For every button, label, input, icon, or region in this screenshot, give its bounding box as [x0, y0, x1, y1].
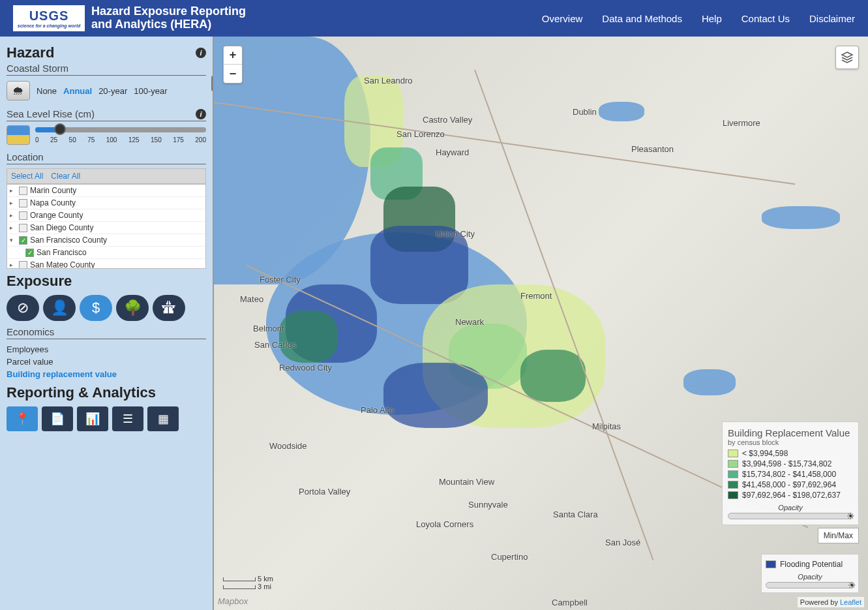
tree-checkbox[interactable]: [19, 261, 27, 269]
place-label: Portola Valley: [299, 487, 350, 496]
tree-label: Marin County: [30, 186, 76, 195]
exposure-icons: ⊘👤$🌳🛣: [7, 295, 206, 321]
tree-checkbox[interactable]: [19, 224, 27, 232]
reporting-chart-button[interactable]: 📊: [77, 406, 108, 431]
app-title-line1: Hazard Exposure Reporting: [91, 5, 246, 18]
place-label: San Leandro: [364, 76, 412, 85]
tree-item-child[interactable]: San Francisco: [7, 247, 205, 259]
usgs-logo[interactable]: USGS science for a changing world: [13, 5, 85, 31]
exposure-infrastructure-button[interactable]: 🛣: [153, 295, 185, 321]
economics-item[interactable]: Parcel value: [7, 356, 206, 368]
tree-label: San Mateo County: [30, 260, 95, 269]
economics-item[interactable]: Building replacement value: [7, 368, 206, 380]
tree-checkbox[interactable]: [19, 199, 27, 207]
tree-item[interactable]: ▸Marin County: [7, 185, 205, 197]
tree-checkbox[interactable]: [19, 211, 27, 220]
tree-item[interactable]: ▸Napa County: [7, 197, 205, 209]
slr-slider[interactable]: 0 25 50 75 100 125 150 175 200: [35, 127, 206, 144]
place-label: Mountain View: [439, 477, 494, 487]
coastal-storm-label: Coastal Storm: [7, 63, 206, 76]
place-label: Cupertino: [491, 552, 528, 562]
zoom-out-button[interactable]: −: [224, 65, 242, 83]
place-label: Woodside: [269, 441, 307, 451]
legend-range: < $3,994,598: [742, 449, 788, 458]
opacity-label: Opacity: [766, 573, 854, 581]
tree-arrow-icon[interactable]: ▸: [10, 262, 16, 268]
scale-bar: 5 km 3 mi: [223, 575, 273, 590]
tree-label: Napa County: [30, 198, 76, 207]
tree-label: Orange County: [30, 211, 83, 220]
economics-label: Economics: [7, 326, 206, 339]
legend-range: $3,994,598 - $15,734,802: [742, 459, 831, 468]
exposure-landcover-button[interactable]: 🌳: [116, 295, 149, 321]
place-label: Dublin: [573, 107, 597, 117]
place-label: San Carlos: [254, 340, 296, 350]
storm-opt-20yr[interactable]: 20-year: [98, 86, 127, 96]
tree-label: San Diego County: [30, 223, 93, 232]
tree-item[interactable]: ▸Orange County: [7, 209, 205, 222]
minmax-button[interactable]: Min/Max: [818, 528, 859, 543]
nav-help[interactable]: Help: [702, 13, 722, 24]
slr-slider-thumb[interactable]: [54, 123, 66, 135]
storm-opt-annual[interactable]: Annual: [63, 86, 92, 96]
place-label: Hayward: [436, 147, 469, 157]
opacity-slider[interactable]: [728, 513, 853, 519]
reporting-title: Reporting & Analytics: [7, 384, 206, 401]
nav-data-methods[interactable]: Data and Methods: [602, 13, 682, 24]
zoom-control: + −: [223, 46, 243, 84]
economics-item[interactable]: Employees: [7, 343, 206, 356]
tree-arrow-icon[interactable]: ▸: [10, 187, 16, 194]
tree-item[interactable]: ▸San Mateo County: [7, 259, 205, 269]
tree-item[interactable]: ▾San Francisco County: [7, 234, 205, 247]
place-label: Livermore: [723, 118, 760, 128]
reporting-list-button[interactable]: ☰: [112, 406, 143, 431]
exposure-population-button[interactable]: 👤: [43, 295, 76, 321]
tree-label: San Francisco: [37, 248, 87, 257]
exposure-none-button[interactable]: ⊘: [7, 295, 39, 321]
tree-arrow-icon[interactable]: ▾: [10, 237, 16, 243]
exposure-economy-button[interactable]: $: [80, 295, 112, 321]
nav-contact[interactable]: Contact Us: [741, 13, 790, 24]
storm-opt-100yr[interactable]: 100-year: [134, 86, 167, 96]
tree-checkbox[interactable]: [19, 187, 27, 195]
legend-swatch: [728, 450, 738, 457]
opacity-slider[interactable]: [766, 582, 854, 588]
layers-button[interactable]: [835, 46, 859, 69]
leaflet-link[interactable]: Leaflet: [840, 598, 861, 606]
tree-arrow-icon[interactable]: ▸: [10, 212, 16, 219]
place-label: San José: [605, 538, 640, 547]
place-label: Palo Alto: [361, 405, 394, 415]
place-label: Union City: [436, 229, 475, 239]
info-icon[interactable]: i: [196, 48, 206, 58]
place-label: Newark: [455, 317, 484, 327]
storm-opt-none[interactable]: None: [37, 86, 57, 96]
place-label: Fremont: [520, 291, 552, 301]
tree-arrow-icon[interactable]: ▸: [10, 200, 16, 206]
place-label: Loyola Corners: [416, 519, 473, 529]
legend-row: $41,458,000 - $97,692,964: [728, 480, 853, 489]
tree-arrow-icon[interactable]: ▸: [10, 224, 16, 231]
clear-all-link[interactable]: Clear All: [51, 172, 80, 181]
location-tree[interactable]: ▸Marin County▸Napa County▸Orange County▸…: [7, 184, 206, 269]
economics-list: EmployeesParcel valueBuilding replacemen…: [7, 343, 206, 380]
tree-checkbox[interactable]: [25, 249, 34, 257]
legend-range: $97,692,964 - $198,072,637: [742, 491, 841, 500]
select-all-link[interactable]: Select All: [11, 172, 43, 181]
reporting-map-button[interactable]: 📍: [7, 406, 38, 431]
legend-swatch: [728, 481, 738, 489]
tree-item[interactable]: ▸San Diego County: [7, 222, 205, 234]
legend-row: $15,734,802 - $41,458,000: [728, 470, 853, 479]
info-icon[interactable]: i: [196, 109, 206, 119]
place-label: Pleasanton: [631, 144, 674, 154]
nav-overview[interactable]: Overview: [542, 13, 583, 24]
legend-swatch: [728, 470, 738, 478]
place-label: Santa Clara: [553, 510, 598, 519]
tree-checkbox[interactable]: [19, 236, 27, 245]
zoom-in-button[interactable]: +: [224, 46, 242, 65]
reporting-region-button[interactable]: 📄: [42, 406, 73, 431]
tree-label: San Francisco County: [30, 236, 107, 245]
nav-disclaimer[interactable]: Disclaimer: [809, 13, 855, 24]
place-label: Belmont: [253, 324, 284, 333]
map-area[interactable]: San LeandroCastro ValleySan LorenzoHaywa…: [214, 37, 868, 610]
reporting-table-button[interactable]: ▦: [147, 406, 179, 431]
